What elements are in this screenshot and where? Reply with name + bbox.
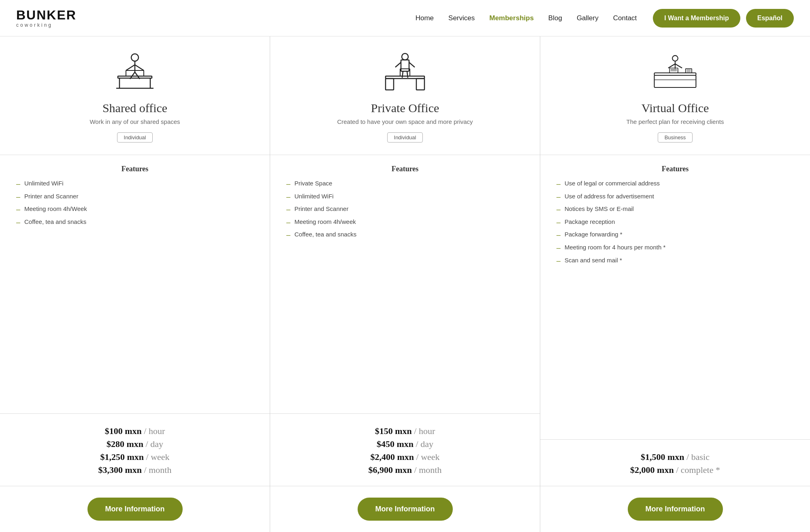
shared-office-title: Shared office bbox=[102, 101, 167, 115]
nav-item-memberships[interactable]: Memberships bbox=[489, 14, 534, 22]
private-office-features: Features – Private Space – Unlimited WiF… bbox=[270, 155, 540, 414]
dash-icon: – bbox=[16, 180, 20, 189]
logo-brand: BUNKER bbox=[16, 8, 77, 22]
svg-line-15 bbox=[407, 71, 408, 78]
nav-item-services[interactable]: Services bbox=[448, 14, 475, 22]
svg-rect-22 bbox=[416, 79, 424, 90]
nav-item-blog[interactable]: Blog bbox=[548, 14, 562, 22]
dash-icon: – bbox=[16, 218, 20, 227]
price-line: $150 mxn / hour bbox=[286, 426, 524, 436]
nav-item-gallery[interactable]: Gallery bbox=[577, 14, 599, 22]
price-period: / month bbox=[414, 465, 442, 475]
feature-item: – Notices by SMS or E-mail bbox=[556, 205, 794, 214]
virtual-office-subtitle: The perfect plan for receiving clients bbox=[627, 118, 724, 125]
shared-office-card: Shared office Work in any of our shared … bbox=[0, 36, 270, 532]
feature-item: – Unlimited WiFi bbox=[286, 193, 524, 202]
feature-text: Meeting room 4h/Week bbox=[24, 205, 87, 212]
feature-text: Meeting room 4h/week bbox=[294, 218, 356, 225]
price-amount: $2,000 mxn bbox=[630, 465, 674, 475]
price-line: $2,400 mxn / week bbox=[286, 452, 524, 462]
svg-line-17 bbox=[409, 62, 415, 67]
shared-office-more-btn[interactable]: More Information bbox=[87, 498, 183, 521]
feature-item: – Scan and send mail * bbox=[556, 257, 794, 266]
dash-icon: – bbox=[286, 218, 290, 227]
shared-office-action: More Information bbox=[0, 486, 270, 532]
private-office-pricing: $150 mxn / hour $450 mxn / day $2,400 mx… bbox=[270, 414, 540, 486]
price-period: / basic bbox=[686, 452, 710, 462]
nav-item-home[interactable]: Home bbox=[416, 14, 434, 22]
dash-icon: – bbox=[556, 231, 561, 240]
virtual-office-features-title: Features bbox=[556, 165, 794, 173]
feature-item: – Meeting room 4h/week bbox=[286, 218, 524, 227]
navbar: BUNKER coworking Home Services Membershi… bbox=[0, 0, 810, 36]
svg-line-16 bbox=[395, 62, 401, 67]
feature-item: – Coffee, tea and snacks bbox=[16, 218, 254, 227]
virtual-office-more-btn[interactable]: More Information bbox=[628, 498, 723, 521]
price-period: / hour bbox=[414, 426, 435, 436]
nav-buttons: I Want a Membership Español bbox=[653, 9, 794, 28]
price-line: $280 mxn / day bbox=[16, 439, 254, 449]
virtual-office-header: Virtual Office The perfect plan for rece… bbox=[540, 36, 810, 155]
shared-office-badge: Individual bbox=[117, 132, 153, 143]
feature-item: – Private Space bbox=[286, 180, 524, 189]
dash-icon: – bbox=[286, 205, 290, 214]
price-amount: $150 mxn bbox=[375, 426, 412, 436]
price-line: $2,000 mxn / complete * bbox=[556, 465, 794, 475]
dash-icon: – bbox=[556, 205, 561, 214]
private-office-header: Private Office Created to have your own … bbox=[270, 36, 540, 155]
feature-text: Meeting room for 4 hours per month * bbox=[565, 244, 665, 251]
dash-icon: – bbox=[16, 193, 20, 202]
price-line: $100 mxn / hour bbox=[16, 426, 254, 436]
svg-line-26 bbox=[675, 64, 682, 68]
private-office-badge: Individual bbox=[387, 132, 423, 143]
virtual-office-card: Virtual Office The perfect plan for rece… bbox=[540, 36, 810, 532]
feature-text: Package forwarding * bbox=[565, 231, 622, 238]
svg-line-14 bbox=[402, 71, 403, 78]
svg-rect-21 bbox=[386, 79, 394, 90]
feature-text: Use of legal or commercial address bbox=[565, 180, 660, 187]
dash-icon: – bbox=[16, 205, 20, 214]
feature-item: – Package forwarding * bbox=[556, 231, 794, 240]
svg-point-0 bbox=[131, 54, 139, 61]
shared-office-features-title: Features bbox=[16, 165, 254, 173]
dash-icon: – bbox=[286, 193, 290, 202]
price-period: / week bbox=[146, 452, 170, 462]
dash-icon: – bbox=[286, 180, 290, 189]
private-office-more-btn[interactable]: More Information bbox=[358, 498, 453, 521]
price-period: / day bbox=[146, 439, 163, 449]
svg-rect-28 bbox=[669, 68, 678, 73]
svg-point-23 bbox=[672, 55, 678, 61]
svg-rect-31 bbox=[654, 75, 696, 87]
feature-text: Printer and Scanner bbox=[24, 193, 78, 200]
price-line: $3,300 mxn / month bbox=[16, 465, 254, 475]
dash-icon: – bbox=[556, 180, 561, 189]
nav-item-contact[interactable]: Contact bbox=[613, 14, 637, 22]
price-amount: $2,400 mxn bbox=[370, 452, 414, 462]
dash-icon: – bbox=[556, 244, 561, 253]
language-button[interactable]: Español bbox=[746, 9, 794, 28]
membership-button[interactable]: I Want a Membership bbox=[653, 9, 740, 28]
virtual-office-pricing: $1,500 mxn / basic $2,000 mxn / complete… bbox=[540, 440, 810, 486]
feature-text: Private Space bbox=[294, 180, 332, 187]
feature-text: Unlimited WiFi bbox=[24, 180, 64, 187]
feature-item: – Meeting room for 4 hours per month * bbox=[556, 244, 794, 253]
feature-item: – Printer and Scanner bbox=[16, 193, 254, 202]
virtual-office-badge: Business bbox=[658, 132, 693, 143]
virtual-office-features: Features – Use of legal or commercial ad… bbox=[540, 155, 810, 440]
feature-item: – Use of legal or commercial address bbox=[556, 180, 794, 189]
dash-icon: – bbox=[556, 218, 561, 227]
price-period: / week bbox=[416, 452, 440, 462]
feature-text: Unlimited WiFi bbox=[294, 193, 334, 200]
shared-office-header: Shared office Work in any of our shared … bbox=[0, 36, 270, 155]
feature-text: Use of address for advertisement bbox=[565, 193, 654, 200]
price-amount: $100 mxn bbox=[105, 426, 142, 436]
dash-icon: – bbox=[556, 257, 561, 266]
price-amount: $3,300 mxn bbox=[98, 465, 142, 475]
price-line: $1,250 mxn / week bbox=[16, 452, 254, 462]
price-line: $450 mxn / day bbox=[286, 439, 524, 449]
dash-icon: – bbox=[556, 193, 561, 202]
feature-text: Scan and send mail * bbox=[565, 257, 622, 264]
shared-office-icon bbox=[111, 53, 159, 93]
feature-item: – Use of address for advertisement bbox=[556, 193, 794, 202]
price-amount: $450 mxn bbox=[377, 439, 414, 449]
